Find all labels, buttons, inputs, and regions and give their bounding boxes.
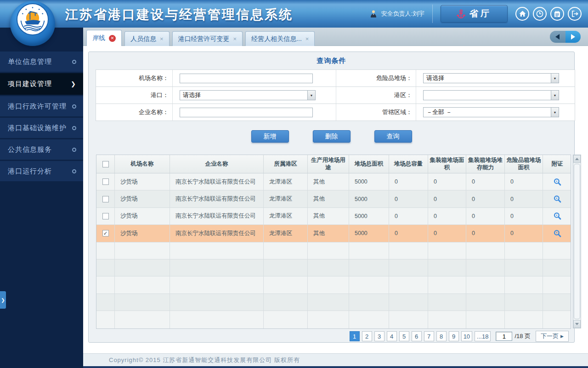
- circle-marker-icon: [72, 60, 76, 64]
- table-cell: 0: [389, 190, 428, 207]
- tab-close-icon[interactable]: ✕: [109, 35, 116, 42]
- column-header: 集装箱堆场堆存能力: [466, 155, 505, 173]
- table-cell: 0: [389, 225, 428, 242]
- sidebar-item-6[interactable]: 港口运行分析: [0, 161, 83, 181]
- tab-nav-back-icon[interactable]: [550, 31, 565, 43]
- empty-cell: [505, 294, 543, 310]
- page-button-...18[interactable]: ...18: [475, 331, 491, 341]
- row-checkbox[interactable]: [102, 213, 109, 219]
- table-cell: 沙货场: [115, 225, 170, 242]
- next-page-button[interactable]: 下一页▶: [536, 331, 569, 342]
- notepad-icon[interactable]: [550, 7, 564, 21]
- tab-close-icon[interactable]: ×: [305, 35, 309, 42]
- empty-cell: [308, 311, 349, 328]
- tab-label: 经营人相关信息...: [251, 35, 302, 43]
- table-cell: 0: [389, 173, 428, 190]
- select-value: 请选择: [424, 74, 444, 82]
- row-checkbox[interactable]: [102, 178, 109, 185]
- port-area-label: 港区：: [336, 87, 416, 104]
- table-cell: 南京长宁水陆联运有限责任公司: [170, 225, 264, 242]
- empty-cell: [466, 276, 505, 293]
- table-scrollbar[interactable]: [573, 155, 581, 328]
- add-button[interactable]: 新增: [251, 130, 289, 143]
- query-button[interactable]: 查询: [374, 130, 412, 143]
- sidebar-item-5[interactable]: 公共信息服务: [0, 139, 83, 160]
- page-button-10[interactable]: 10: [461, 331, 472, 341]
- empty-cell: [389, 294, 428, 310]
- magnifier-icon[interactable]: [553, 229, 562, 238]
- tab-2[interactable]: 人员信息×: [124, 31, 170, 46]
- province-hall-button[interactable]: 省厅: [441, 5, 508, 23]
- empty-cell: [349, 294, 389, 310]
- jurisdiction-label: 管辖区域：: [336, 104, 416, 121]
- sidebar-item-label: 港口基础设施维护: [8, 124, 67, 132]
- table-cell: 0: [428, 173, 466, 190]
- tab-close-icon[interactable]: ×: [233, 35, 237, 42]
- person-icon: [370, 10, 377, 18]
- user-label: 安全负责人:刘宇: [381, 10, 424, 18]
- sidebar-item-label: 单位信息管理: [8, 58, 52, 66]
- tab-4[interactable]: 经营人相关信息...×: [245, 31, 315, 46]
- table-row[interactable]: 沙货场南京长宁水陆联运有限责任公司龙潭港区其他50000000: [96, 190, 571, 207]
- table-row[interactable]: 沙货场南京长宁水陆联运有限责任公司龙潭港区其他50000000: [96, 173, 571, 190]
- scroll-up-icon[interactable]: [573, 155, 581, 163]
- tab-label: 港口经营许可变更: [178, 35, 230, 43]
- company-name-cell: [173, 104, 336, 121]
- empty-cell: [543, 242, 571, 259]
- page-button-3[interactable]: 3: [374, 331, 384, 341]
- magnifier-icon[interactable]: [553, 212, 562, 220]
- page-button-4[interactable]: 4: [387, 331, 397, 341]
- scroll-down-icon[interactable]: [573, 320, 581, 328]
- page-button-6[interactable]: 6: [412, 331, 422, 341]
- table-cell: 其他: [308, 190, 349, 207]
- page-button-7[interactable]: 7: [424, 331, 434, 341]
- empty-cell: [389, 259, 428, 276]
- port-label: 港口：: [96, 87, 173, 104]
- sidebar-item-1[interactable]: 单位信息管理: [0, 52, 83, 72]
- table-row[interactable]: ✓沙货场南京长宁水陆联运有限责任公司龙潭港区其他50000000: [96, 225, 571, 242]
- airport-name-input[interactable]: [180, 74, 313, 83]
- page-button-5[interactable]: 5: [399, 331, 409, 341]
- magnifier-icon[interactable]: [553, 178, 562, 186]
- jurisdiction-select[interactable]: －全部 －▼: [423, 107, 559, 117]
- tab-nav-forward-icon[interactable]: [565, 31, 581, 43]
- select-all-checkbox[interactable]: [102, 161, 109, 167]
- page-button-8[interactable]: 8: [436, 331, 447, 341]
- sidebar-expander[interactable]: ❯: [0, 291, 6, 309]
- tab-close-icon[interactable]: ×: [160, 35, 164, 42]
- sidebar-item-3[interactable]: 港口行政许可管理: [0, 96, 83, 116]
- page-number-input[interactable]: [496, 332, 512, 341]
- copyright-text: Copyright© 2015 江苏省新通智能交通科技发展有限公司 版权所有: [109, 356, 300, 363]
- page-button-1[interactable]: 1: [350, 331, 360, 341]
- empty-cell: [264, 311, 308, 328]
- pagination: 12345678910...18/18 页下一页▶: [350, 331, 569, 342]
- circle-marker-icon: [72, 126, 76, 130]
- tab-1[interactable]: 岸线✕: [86, 30, 122, 46]
- magnifier-icon[interactable]: [553, 195, 562, 203]
- table-cell: 5000: [349, 225, 389, 242]
- sidebar-item-2[interactable]: 项目建设管理❯: [0, 73, 83, 95]
- logout-icon[interactable]: [568, 7, 582, 21]
- port-area-select[interactable]: ▼: [423, 90, 559, 100]
- clock-icon[interactable]: [533, 7, 547, 21]
- column-header: 集装箱堆场面积: [428, 155, 466, 173]
- scrollbar-thumb[interactable]: [574, 164, 580, 319]
- company-name-input[interactable]: [180, 108, 313, 117]
- row-checkbox[interactable]: ✓: [102, 230, 109, 236]
- empty-cell: [428, 311, 466, 328]
- empty-cell: [428, 294, 466, 310]
- empty-cell: [466, 259, 505, 276]
- page-button-9[interactable]: 9: [449, 331, 459, 341]
- dangerous-goods-yard-select[interactable]: 请选择▼: [423, 73, 559, 83]
- sidebar-item-4[interactable]: 港口基础设施维护: [0, 118, 83, 138]
- delete-button[interactable]: 删除: [313, 130, 351, 143]
- sidebar-item-label: 项目建设管理: [8, 80, 52, 88]
- tab-3[interactable]: 港口经营许可变更×: [172, 31, 243, 46]
- table-row[interactable]: 沙货场南京长宁水陆联运有限责任公司龙潭港区其他50000000: [96, 208, 571, 225]
- column-header: 所属港区: [264, 155, 308, 173]
- page-button-2[interactable]: 2: [362, 331, 372, 341]
- port-select[interactable]: 请选择▼: [180, 90, 316, 100]
- row-checkbox[interactable]: [102, 196, 109, 202]
- home-icon[interactable]: [515, 7, 529, 21]
- attachment-cell: [543, 208, 571, 224]
